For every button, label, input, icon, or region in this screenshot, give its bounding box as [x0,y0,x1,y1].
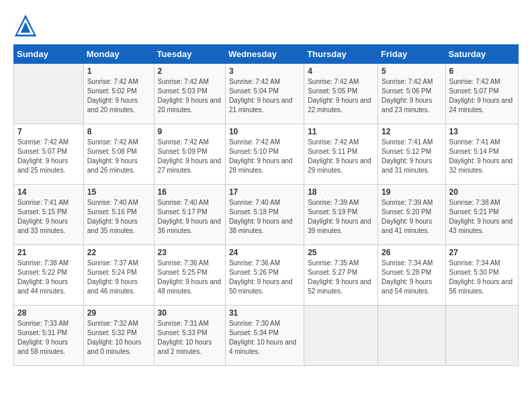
day-detail: Sunrise: 7:39 AMSunset: 5:20 PMDaylight:… [382,199,433,234]
day-cell: 27 Sunrise: 7:34 AMSunset: 5:30 PMDaylig… [445,245,518,306]
day-number: 27 [449,248,515,257]
day-number: 31 [229,308,300,318]
day-detail: Sunrise: 7:42 AMSunset: 5:05 PMDaylight:… [308,78,371,113]
day-cell: 10 Sunrise: 7:42 AMSunset: 5:10 PMDaylig… [225,124,304,185]
day-cell: 14 Sunrise: 7:41 AMSunset: 5:15 PMDaylig… [14,185,84,245]
day-cell: 22 Sunrise: 7:37 AMSunset: 5:24 PMDaylig… [83,245,154,306]
week-row-3: 14 Sunrise: 7:41 AMSunset: 5:15 PMDaylig… [14,185,519,245]
day-number: 18 [308,187,374,197]
day-number: 19 [382,187,441,197]
header-cell-thursday: Thursday [304,45,378,64]
day-number: 15 [87,187,150,197]
day-number: 26 [382,248,441,257]
day-detail: Sunrise: 7:32 AMSunset: 5:32 PMDaylight:… [87,320,142,355]
day-detail: Sunrise: 7:40 AMSunset: 5:18 PMDaylight:… [229,199,293,234]
day-number: 11 [308,127,374,136]
day-number: 16 [158,187,222,197]
day-number: 1 [87,66,150,76]
week-row-5: 28 Sunrise: 7:33 AMSunset: 5:31 PMDaylig… [14,306,519,366]
day-number: 25 [308,248,374,257]
day-number: 3 [229,66,300,76]
day-detail: Sunrise: 7:35 AMSunset: 5:27 PMDaylight:… [308,259,371,295]
day-cell: 30 Sunrise: 7:31 AMSunset: 5:33 PMDaylig… [154,306,225,366]
day-cell: 5 Sunrise: 7:42 AMSunset: 5:06 PMDayligh… [378,64,445,124]
day-cell: 29 Sunrise: 7:32 AMSunset: 5:32 PMDaylig… [83,306,154,366]
day-number: 17 [229,187,300,197]
day-detail: Sunrise: 7:30 AMSunset: 5:34 PMDaylight:… [229,320,296,355]
day-number: 20 [449,187,515,197]
day-detail: Sunrise: 7:33 AMSunset: 5:31 PMDaylight:… [17,320,69,355]
day-cell: 3 Sunrise: 7:42 AMSunset: 5:04 PMDayligh… [225,64,304,124]
day-detail: Sunrise: 7:38 AMSunset: 5:22 PMDaylight:… [17,259,69,295]
day-cell [445,306,518,366]
header-cell-tuesday: Tuesday [154,45,225,64]
day-cell: 9 Sunrise: 7:42 AMSunset: 5:09 PMDayligh… [154,124,225,185]
day-cell: 2 Sunrise: 7:42 AMSunset: 5:03 PMDayligh… [154,64,225,124]
page-header [13,13,519,38]
day-number: 24 [229,248,300,257]
day-number: 30 [158,308,222,318]
day-detail: Sunrise: 7:40 AMSunset: 5:17 PMDaylight:… [158,199,222,234]
day-number: 23 [158,248,222,257]
day-number: 14 [17,187,80,197]
day-detail: Sunrise: 7:42 AMSunset: 5:04 PMDaylight:… [229,78,293,113]
day-detail: Sunrise: 7:40 AMSunset: 5:16 PMDaylight:… [87,199,138,234]
day-detail: Sunrise: 7:34 AMSunset: 5:28 PMDaylight:… [382,259,433,295]
day-cell [14,64,84,124]
day-cell [378,306,445,366]
day-number: 10 [229,127,300,136]
day-number: 29 [87,308,150,318]
day-detail: Sunrise: 7:34 AMSunset: 5:30 PMDaylight:… [449,259,513,295]
day-number: 21 [17,248,80,257]
day-cell: 6 Sunrise: 7:42 AMSunset: 5:07 PMDayligh… [445,64,518,124]
day-cell: 24 Sunrise: 7:36 AMSunset: 5:26 PMDaylig… [225,245,304,306]
header-cell-wednesday: Wednesday [225,45,304,64]
day-detail: Sunrise: 7:42 AMSunset: 5:08 PMDaylight:… [87,138,138,174]
day-detail: Sunrise: 7:41 AMSunset: 5:14 PMDaylight:… [449,138,513,174]
day-detail: Sunrise: 7:41 AMSunset: 5:12 PMDaylight:… [382,138,433,174]
header-cell-saturday: Saturday [445,45,518,64]
day-cell: 20 Sunrise: 7:38 AMSunset: 5:21 PMDaylig… [445,185,518,245]
logo-icon [13,13,38,38]
day-detail: Sunrise: 7:38 AMSunset: 5:21 PMDaylight:… [449,199,513,234]
calendar-body: 1 Sunrise: 7:42 AMSunset: 5:02 PMDayligh… [14,64,519,366]
day-cell: 21 Sunrise: 7:38 AMSunset: 5:22 PMDaylig… [14,245,84,306]
week-row-1: 1 Sunrise: 7:42 AMSunset: 5:02 PMDayligh… [14,64,519,124]
calendar-table: SundayMondayTuesdayWednesdayThursdayFrid… [13,44,519,366]
day-detail: Sunrise: 7:36 AMSunset: 5:25 PMDaylight:… [158,259,222,295]
day-cell: 18 Sunrise: 7:39 AMSunset: 5:19 PMDaylig… [304,185,378,245]
day-cell: 17 Sunrise: 7:40 AMSunset: 5:18 PMDaylig… [225,185,304,245]
calendar-header: SundayMondayTuesdayWednesdayThursdayFrid… [14,45,519,64]
day-number: 9 [158,127,222,136]
day-detail: Sunrise: 7:42 AMSunset: 5:10 PMDaylight:… [229,138,293,174]
day-detail: Sunrise: 7:41 AMSunset: 5:15 PMDaylight:… [17,199,69,234]
day-cell: 28 Sunrise: 7:33 AMSunset: 5:31 PMDaylig… [14,306,84,366]
day-cell: 1 Sunrise: 7:42 AMSunset: 5:02 PMDayligh… [83,64,154,124]
day-number: 8 [87,127,150,136]
day-number: 6 [449,66,515,76]
header-cell-sunday: Sunday [14,45,84,64]
day-number: 4 [308,66,374,76]
day-cell: 23 Sunrise: 7:36 AMSunset: 5:25 PMDaylig… [154,245,225,306]
day-cell: 8 Sunrise: 7:42 AMSunset: 5:08 PMDayligh… [83,124,154,185]
day-detail: Sunrise: 7:37 AMSunset: 5:24 PMDaylight:… [87,259,138,295]
day-detail: Sunrise: 7:39 AMSunset: 5:19 PMDaylight:… [308,199,371,234]
day-detail: Sunrise: 7:31 AMSunset: 5:33 PMDaylight:… [158,320,212,355]
day-detail: Sunrise: 7:36 AMSunset: 5:26 PMDaylight:… [229,259,293,295]
day-detail: Sunrise: 7:42 AMSunset: 5:09 PMDaylight:… [158,138,222,174]
header-cell-monday: Monday [83,45,154,64]
day-detail: Sunrise: 7:42 AMSunset: 5:11 PMDaylight:… [308,138,371,174]
day-cell: 7 Sunrise: 7:42 AMSunset: 5:07 PMDayligh… [14,124,84,185]
header-cell-friday: Friday [378,45,445,64]
day-cell: 31 Sunrise: 7:30 AMSunset: 5:34 PMDaylig… [225,306,304,366]
day-detail: Sunrise: 7:42 AMSunset: 5:02 PMDaylight:… [87,78,138,113]
day-detail: Sunrise: 7:42 AMSunset: 5:07 PMDaylight:… [449,78,513,113]
day-number: 13 [449,127,515,136]
week-row-2: 7 Sunrise: 7:42 AMSunset: 5:07 PMDayligh… [14,124,519,185]
day-number: 12 [382,127,441,136]
header-row: SundayMondayTuesdayWednesdayThursdayFrid… [14,45,519,64]
day-detail: Sunrise: 7:42 AMSunset: 5:06 PMDaylight:… [382,78,433,113]
day-number: 5 [382,66,441,76]
day-detail: Sunrise: 7:42 AMSunset: 5:07 PMDaylight:… [17,138,69,174]
day-cell: 19 Sunrise: 7:39 AMSunset: 5:20 PMDaylig… [378,185,445,245]
